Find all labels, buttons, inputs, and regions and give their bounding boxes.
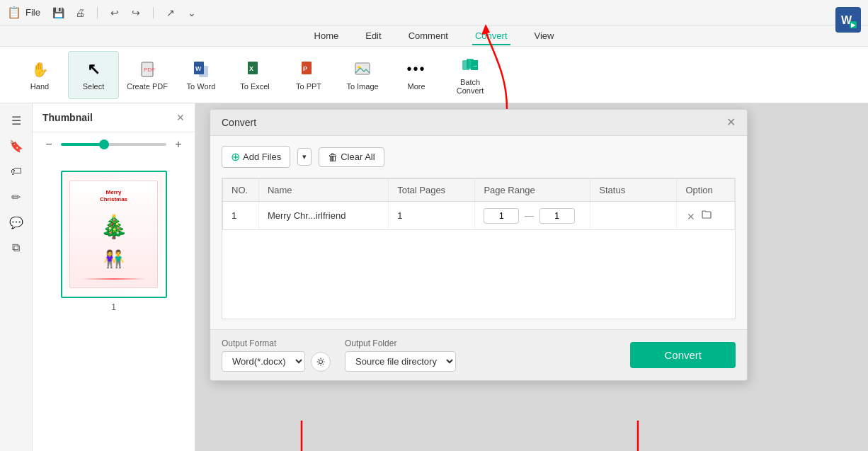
separator xyxy=(97,7,98,18)
to-image-label: To Image xyxy=(346,82,378,91)
thumbnail-title: Thumbnail xyxy=(42,112,93,123)
page-range-from-input[interactable] xyxy=(484,208,519,224)
create-pdf-icon: PDF xyxy=(137,59,157,79)
svg-rect-4 xyxy=(199,66,208,77)
dialog-container: Convert ✕ ⊕ Add Files ▾ 🗑 Clear All xyxy=(195,103,868,451)
svg-text:▶: ▶ xyxy=(851,22,856,28)
svg-text:→: → xyxy=(472,62,478,69)
thumbnail-close-button[interactable]: ✕ xyxy=(176,112,185,123)
toolbar: ✋ Hand ↖ Select PDF Create PDF W To Word xyxy=(0,47,868,103)
footer-row: Output Format Word(*.docx) Word(*.doc) R… xyxy=(222,338,736,372)
svg-point-15 xyxy=(319,360,323,363)
dialog-box: Convert ✕ ⊕ Add Files ▾ 🗑 Clear All xyxy=(210,109,748,381)
thumbnail-panel: Thumbnail ✕ − + MerryChristmas 🎄 👫 1 xyxy=(33,103,195,451)
separator2 xyxy=(153,7,154,18)
convert-button[interactable]: Convert xyxy=(630,342,736,368)
dialog-body: ⊕ Add Files ▾ 🗑 Clear All NO. xyxy=(210,136,747,329)
add-files-button[interactable]: ⊕ Add Files xyxy=(222,146,290,168)
to-excel-button[interactable]: X To Excel xyxy=(229,51,280,99)
to-image-button[interactable]: To Image xyxy=(337,51,388,99)
table-head: NO. Name Total Pages Page Range Status O… xyxy=(223,179,735,202)
zoom-in-button[interactable]: + xyxy=(172,138,185,151)
col-status: Status xyxy=(590,179,677,202)
more-button[interactable]: ••• More xyxy=(391,51,442,99)
sidebar-bookmark-icon[interactable]: 🔖 xyxy=(6,136,26,156)
app-icon: 📋 xyxy=(7,6,21,19)
table-header-row: NO. Name Total Pages Page Range Status O… xyxy=(223,179,735,202)
convert-table-area: NO. Name Total Pages Page Range Status O… xyxy=(222,178,736,319)
output-format-row: Word(*.docx) Word(*.doc) RTF xyxy=(222,351,331,372)
menu-comment[interactable]: Comment xyxy=(406,29,451,42)
output-format-select[interactable]: Word(*.docx) Word(*.doc) RTF xyxy=(222,351,305,372)
settings-button[interactable] xyxy=(311,352,331,372)
dialog-header: Convert ✕ xyxy=(210,110,747,136)
output-folder-row: Source file directory Custom... xyxy=(345,351,456,372)
app-name[interactable]: 📋 File xyxy=(7,6,40,19)
print-icon[interactable]: 🖨 xyxy=(73,6,87,20)
menu-home[interactable]: Home xyxy=(312,29,342,42)
create-pdf-label: Create PDF xyxy=(127,82,168,91)
to-ppt-button[interactable]: P To PPT xyxy=(283,51,334,99)
col-option: Option xyxy=(677,179,735,202)
redo-icon[interactable]: ↪ xyxy=(129,6,143,20)
more-icon: ••• xyxy=(406,59,426,79)
dialog-close-button[interactable]: ✕ xyxy=(726,117,736,128)
batch-convert-label: Batch Convert xyxy=(449,78,491,95)
save-icon[interactable]: 💾 xyxy=(52,6,66,20)
thumbnail-content: MerryChristmas 🎄 👫 1 xyxy=(33,156,195,326)
app-logo-icon: W ▶ xyxy=(835,7,861,33)
add-files-dropdown-button[interactable]: ▾ xyxy=(297,148,312,166)
add-files-bar: ⊕ Add Files ▾ 🗑 Clear All xyxy=(222,146,736,168)
menu-view[interactable]: View xyxy=(532,29,557,42)
col-total-pages: Total Pages xyxy=(389,179,475,202)
delete-row-button[interactable]: ✕ xyxy=(685,210,697,224)
table-body: 1 Merry Chr...irlfriend 1 — xyxy=(223,202,735,230)
output-folder-select[interactable]: Source file directory Custom... xyxy=(345,351,456,372)
more-actions-icon[interactable]: ⌄ xyxy=(185,6,199,20)
to-excel-icon: X xyxy=(245,59,265,79)
col-no: NO. xyxy=(223,179,259,202)
to-word-button[interactable]: W To Word xyxy=(176,51,227,99)
select-label: Select xyxy=(83,82,105,91)
cell-total-pages: 1 xyxy=(389,202,475,230)
title-bar: 📋 File 💾 🖨 ↩ ↪ ↗ ⌄ xyxy=(0,0,868,25)
to-excel-label: To Excel xyxy=(240,82,270,91)
thumbnail-page-number: 1 xyxy=(111,302,116,312)
menu-convert[interactable]: Convert xyxy=(472,29,510,42)
sidebar-hand-icon[interactable]: ☰ xyxy=(6,110,26,130)
dialog-title: Convert xyxy=(222,117,256,128)
create-pdf-button[interactable]: PDF Create PDF xyxy=(122,51,173,99)
hand-button[interactable]: ✋ Hand xyxy=(14,51,65,99)
output-format-section: Output Format Word(*.docx) Word(*.doc) R… xyxy=(222,338,331,372)
sidebar-comment-icon[interactable]: 💬 xyxy=(6,212,26,232)
hand-label: Hand xyxy=(30,82,49,91)
page-range-to-input[interactable] xyxy=(539,208,575,224)
share-icon[interactable]: ↗ xyxy=(164,6,178,20)
batch-convert-button[interactable]: → Batch Convert xyxy=(445,51,496,99)
col-name: Name xyxy=(258,179,388,202)
sidebar-pencil-icon[interactable]: ✏ xyxy=(6,187,26,207)
table-row: 1 Merry Chr...irlfriend 1 — xyxy=(223,202,735,230)
to-image-icon xyxy=(353,59,372,79)
add-files-label: Add Files xyxy=(243,152,281,162)
zoom-out-button[interactable]: − xyxy=(42,138,55,151)
undo-icon[interactable]: ↩ xyxy=(108,6,122,20)
title-bar-actions: 💾 🖨 ↩ ↪ ↗ ⌄ xyxy=(52,6,199,20)
page-range-separator: — xyxy=(525,210,534,221)
dialog-footer: Output Format Word(*.docx) Word(*.doc) R… xyxy=(210,329,747,380)
thumbnail-item-1[interactable]: MerryChristmas 🎄 👫 1 xyxy=(61,171,167,312)
col-page-range: Page Range xyxy=(475,179,590,202)
open-folder-button[interactable] xyxy=(699,207,714,224)
menu-edit[interactable]: Edit xyxy=(362,29,384,42)
add-icon: ⊕ xyxy=(231,150,240,164)
sidebar-layers-icon[interactable]: ⧉ xyxy=(6,238,26,258)
thumbnail-header: Thumbnail ✕ xyxy=(33,103,195,132)
select-button[interactable]: ↖ Select xyxy=(68,51,119,99)
convert-table: NO. Name Total Pages Page Range Status O… xyxy=(222,178,735,230)
clear-all-label: Clear All xyxy=(341,152,375,162)
sidebar-tag-icon[interactable]: 🏷 xyxy=(6,161,26,181)
thumbnail-zoom-controls: − + xyxy=(33,132,195,156)
select-icon: ↖ xyxy=(84,59,103,79)
clear-all-button[interactable]: 🗑 Clear All xyxy=(319,147,384,167)
zoom-slider[interactable] xyxy=(61,143,166,146)
